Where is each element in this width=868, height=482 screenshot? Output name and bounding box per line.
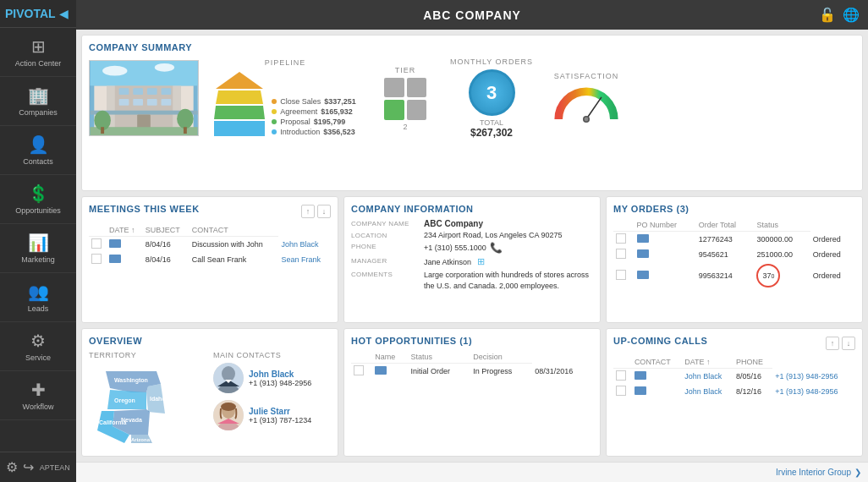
company-info-grid: COMPANY NAME ABC Company LOCATION 234 Ai… [351, 219, 593, 291]
tier-label: TIER [395, 66, 416, 74]
svg-rect-22 [184, 127, 187, 134]
contact-item-1: John Black +1 (913) 948-2956 [213, 363, 331, 393]
call-phone-2[interactable]: +1 (913) 948-2956 [775, 387, 838, 396]
lock-icon[interactable]: 🔓 [819, 7, 836, 23]
order-circle-highlight: 370 [756, 264, 780, 288]
contacts-icon: 👤 [28, 134, 49, 155]
logout-icon[interactable]: ↪ [23, 459, 34, 475]
back-icon[interactable]: ◀ [59, 7, 69, 20]
footer-company[interactable]: Irvine Interior Group [776, 468, 851, 477]
table-row: John Black 8/05/16 +1 (913) 948-2956 [613, 369, 855, 385]
marketing-label: Marketing [21, 255, 55, 264]
company-image [89, 60, 199, 136]
sidebar-item-leads[interactable]: 👥 Leads [0, 273, 76, 322]
sidebar-item-service[interactable]: ⚙ Service [0, 322, 76, 371]
row-checkbox-1[interactable] [91, 238, 102, 249]
workflow-icon: ✚ [31, 380, 46, 400]
contact-name-1[interactable]: John Black [249, 370, 311, 379]
overview-panel: OVERVIEW TERRITORY [81, 328, 338, 457]
order-check-3[interactable] [616, 270, 626, 280]
orders-col-po: PO Number [635, 219, 696, 232]
meetings-next-btn[interactable]: ↓ [317, 205, 331, 218]
svg-marker-27 [216, 90, 263, 104]
app-name: PIVOTAL [5, 7, 56, 20]
call-icon-2 [635, 386, 646, 395]
opp-col-status: Status [408, 351, 470, 364]
meeting-contact-2[interactable]: Sean Frank [281, 255, 321, 264]
marketing-icon: 📊 [28, 233, 49, 253]
meeting-date-1: 8/04/16 [143, 237, 190, 253]
order-check-2[interactable] [616, 249, 626, 259]
calls-prev-btn[interactable]: ↑ [826, 337, 839, 350]
territory-map: Washington Oregon Idaho Nevada Californi… [89, 363, 190, 447]
aptean-label: APTEAN [40, 463, 70, 472]
tier-box-3-active [384, 100, 404, 120]
meetings-nav: ↑ ↓ [301, 205, 331, 218]
table-row: 99563214 370 Ordered [613, 262, 855, 289]
sidebar-item-companies[interactable]: 🏢 Companies [0, 77, 76, 126]
meetings-col-date[interactable]: DATE ↑ [107, 224, 143, 237]
call-check-2[interactable] [616, 386, 626, 396]
meetings-prev-btn[interactable]: ↑ [301, 205, 315, 218]
call-check-1[interactable] [616, 370, 626, 381]
calls-col-date[interactable]: DATE ↑ [682, 356, 733, 369]
order-check-1[interactable] [616, 233, 626, 244]
svg-rect-13 [119, 99, 129, 106]
sidebar-item-workflow[interactable]: ✚ Workflow [0, 371, 76, 420]
contact-avatar-2 [213, 400, 244, 430]
leads-icon: 👥 [28, 282, 49, 302]
manager-value: Jane Atkinson ⊞ [424, 256, 593, 267]
sidebar-item-opportunities[interactable]: 💲 Opportunities [0, 175, 76, 224]
svg-rect-15 [147, 99, 157, 106]
sidebar-item-action-center[interactable]: ⊞ Action Center [0, 28, 76, 77]
company-summary-title: COMPANY SUMMARY [89, 42, 855, 52]
contact-phone-2: +1 (913) 787-1234 [249, 416, 311, 424]
settings-icon[interactable]: ⚙ [6, 459, 18, 475]
page-title: ABC COMPANY [423, 8, 521, 22]
footer-arrow[interactable]: ❯ [854, 468, 861, 477]
orders-table: PO Number Order Total Status 12776243 30… [613, 219, 855, 289]
order-po-2: 9545621 [696, 247, 755, 262]
order-status-2: Ordered [810, 247, 855, 262]
contact-info-1: John Black +1 (913) 948-2956 [249, 370, 311, 387]
hot-opportunities-title: HOT OPPORTUNITIES (1) [351, 336, 593, 346]
sidebar-item-marketing[interactable]: 📊 Marketing [0, 224, 76, 273]
opp-name-1: Initial Order [408, 364, 470, 380]
company-name-label: COMPANY NAME [351, 220, 419, 227]
sidebar-item-contacts[interactable]: 👤 Contacts [0, 126, 76, 175]
svg-point-33 [585, 118, 589, 122]
meeting-contact-1[interactable]: John Black [281, 240, 318, 249]
row-checkbox-2[interactable] [91, 254, 102, 264]
phone-value: +1 (310) 555.1000 📞 [424, 242, 593, 254]
orders-col-total: Order Total [696, 219, 755, 232]
comments-label: COMMENTS [351, 271, 419, 278]
meetings-col-subject: SUBJECT [143, 224, 190, 237]
status-footer: Irvine Interior Group ❯ [76, 462, 868, 482]
location-label: LOCATION [351, 232, 419, 239]
calls-next-btn[interactable]: ↓ [842, 337, 855, 350]
svg-marker-26 [216, 72, 263, 89]
contact-name-2[interactable]: Julie Starr [249, 407, 311, 416]
topbar: ABC COMPANY 🔓 🌐 [76, 0, 868, 30]
globe-icon[interactable]: 🌐 [843, 7, 860, 23]
contacts-label: Contacts [23, 157, 53, 166]
main-contacts-label: MAIN CONTACTS [213, 351, 331, 359]
contact-info-2: Julie Starr +1 (913) 787-1234 [249, 407, 311, 424]
tier-box-2 [407, 78, 427, 98]
svg-text:Arizona: Arizona [131, 437, 151, 442]
monthly-orders-section: MONTHLY ORDERS 3 TOTAL $267,302 [449, 58, 534, 139]
hot-opportunities-panel: HOT OPPORTUNITIES (1) Name Status Decisi… [343, 328, 601, 457]
table-row: 9545621 251000.00 Ordered [613, 247, 855, 262]
order-icon-1 [637, 234, 649, 243]
table-row: Initial Order In Progress 08/31/2016 [351, 364, 593, 380]
call-contact-1[interactable]: John Black [684, 372, 722, 381]
call-contact-2[interactable]: John Black [684, 387, 722, 396]
leads-label: Leads [28, 304, 49, 313]
call-phone-1[interactable]: +1 (913) 948-2956 [775, 372, 838, 381]
tier-box-1 [384, 78, 404, 98]
monthly-orders-circle: 3 [469, 69, 515, 116]
orders-badge: (3) [676, 204, 689, 214]
opp-check-1[interactable] [354, 365, 364, 375]
topbar-icons: 🔓 🌐 [819, 7, 860, 23]
tier-value: 2 [403, 123, 407, 131]
